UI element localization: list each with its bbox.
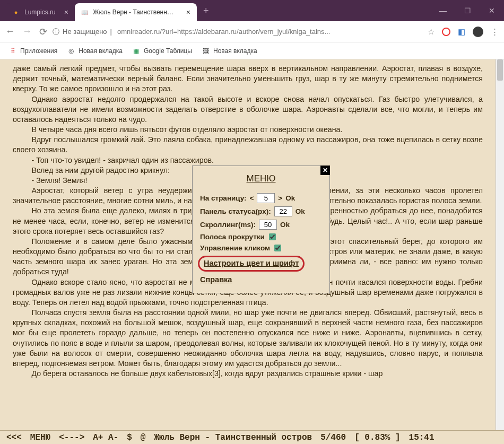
paragraph: - Топ что-то увидел! - закричал один из … [13, 155, 483, 166]
scrollbar[interactable]: ▴ [496, 59, 504, 444]
bookmark-apps[interactable]: ⠿ Приложения [8, 47, 57, 55]
status-height-input[interactable] [274, 206, 292, 216]
reader-menu-popup: ✕ МЕНЮ На страницу: < > Ok Панель статус… [192, 166, 330, 293]
paragraph: Вдруг послышался громкий лай. Это лаяла … [13, 135, 483, 155]
ok-button[interactable]: Ok [285, 194, 295, 202]
scroll-thumb[interactable] [497, 59, 503, 81]
new-tab-button[interactable]: + [197, 5, 215, 16]
bookmark-label: Google Таблицы [144, 47, 192, 55]
tab-strip: ● Lumpics.ru × 📖 Жюль Верн - Таинственны… [0, 0, 431, 21]
status-book-title: Жюль Верн - Таинственный остров [150, 433, 316, 442]
addr-actions: ☆ ◧ ⋮ [428, 27, 499, 37]
close-icon[interactable]: ✕ [320, 166, 330, 175]
menu-icon[interactable]: ⋮ [491, 27, 499, 37]
tab-omnireader[interactable]: 📖 Жюль Верн - Таинственный ост × [75, 3, 197, 21]
highlight-annotation: Настроить цвет и шрифт [198, 256, 305, 272]
security-label: Не защищено [63, 28, 107, 36]
nav-buttons: ← → ⟳ [5, 26, 47, 38]
ok-button[interactable]: Ok [296, 207, 305, 215]
bookmark-newtab2[interactable]: 🖼 Новая вкладка [202, 47, 257, 55]
bookmark-label: Приложения [20, 47, 57, 55]
tab-title: Lumpics.ru [24, 8, 56, 16]
check-label: Полоса прокрутки [200, 233, 265, 241]
prev-page-button[interactable]: < [249, 194, 254, 202]
window-controls: — ☐ ✕ [431, 0, 504, 21]
row-label: Панель статуса(px): [200, 207, 271, 215]
next-page-button[interactable]: > [278, 194, 282, 202]
url-display[interactable]: omnireader.ru/?url=https://aldebaran.ru/… [117, 28, 422, 36]
reload-button[interactable]: ⟳ [39, 26, 47, 38]
back-button[interactable]: ← [5, 26, 15, 38]
bookmarks-bar: ⠿ Приложения ◎ Новая вкладка ▦ Google Та… [0, 42, 504, 59]
bookmark-label: Новая вкладка [79, 47, 123, 55]
bookmark-star-icon[interactable]: ☆ [428, 27, 435, 37]
check-label: Управление кликом [200, 244, 270, 252]
browser-titlebar: ● Lumpics.ru × 📖 Жюль Верн - Таинственны… [0, 0, 504, 21]
image-icon: 🖼 [202, 47, 210, 55]
status-menu-button[interactable]: МЕНЮ [26, 433, 55, 442]
address-bar: ← → ⟳ ⓘ Не защищено | omnireader.ru/?url… [0, 21, 504, 42]
help-label: Справка [200, 275, 232, 284]
extension-icon[interactable] [442, 28, 450, 36]
favicon-omnireader: 📖 [81, 8, 89, 16]
sheets-icon: ▦ [132, 47, 141, 55]
bookmark-sheets[interactable]: ▦ Google Таблицы [132, 47, 192, 55]
scrollbar-checkbox[interactable] [269, 233, 276, 240]
close-icon[interactable]: × [64, 8, 68, 16]
tab-lumpics[interactable]: ● Lumpics.ru × [5, 3, 75, 21]
site-info[interactable]: ⓘ Не защищено | [53, 27, 112, 37]
minimize-button[interactable]: — [431, 0, 455, 21]
status-percent: [ 0.83% ] [350, 433, 404, 442]
colors-fonts-link[interactable]: Настроить цвет и шрифт [204, 259, 299, 267]
status-bar: <<< МЕНЮ <---> A+ A- $ @ Жюль Верн - Таи… [0, 430, 504, 444]
menu-row-statusbar: Панель статуса(px): Ok [193, 205, 329, 218]
status-at[interactable]: @ [136, 433, 150, 442]
info-icon: ⓘ [53, 27, 59, 37]
status-left-arrows[interactable]: <<< [2, 433, 26, 442]
popup-title: МЕНЮ [193, 166, 329, 191]
close-button[interactable]: ✕ [480, 0, 504, 21]
menu-check-click[interactable]: Управление кликом [193, 242, 329, 254]
status-time: 15:41 [405, 433, 439, 442]
profile-avatar[interactable] [473, 27, 483, 37]
reader-area: даже самый легкий предмет, чтобы вызвать… [0, 59, 504, 444]
apps-icon: ⠿ [8, 47, 17, 55]
status-dollar[interactable]: $ [123, 433, 136, 442]
globe-icon: ◎ [67, 47, 75, 55]
status-font-size[interactable]: A+ A- [89, 433, 123, 442]
bookmark-label: Новая вкладка [213, 47, 257, 55]
tab-title: Жюль Верн - Таинственный ост [93, 8, 177, 16]
ok-button[interactable]: Ok [280, 221, 290, 229]
maximize-button[interactable]: ☐ [455, 0, 480, 21]
help-link[interactable]: Справка [193, 273, 329, 286]
close-icon[interactable]: × [186, 8, 190, 16]
scroll-speed-input[interactable] [259, 220, 277, 230]
paragraph: Полчаса спустя земля была на расстоянии … [13, 308, 483, 369]
status-nav-arrows[interactable]: <---> [55, 433, 89, 442]
menu-row-scrolling: Скроллинг(ms): Ok [193, 218, 329, 231]
paragraph: В четыре часа дня всего лишь пятьсот фут… [13, 125, 483, 135]
paragraph: До берега оставалось не больше двух кабе… [13, 369, 483, 379]
paragraph: Однако аэростат недолго продержался на т… [13, 94, 483, 125]
menu-check-scrollbar[interactable]: Полоса прокрутки [193, 231, 329, 242]
page-input[interactable] [257, 193, 275, 203]
forward-button[interactable]: → [22, 26, 32, 38]
bookmark-newtab[interactable]: ◎ Новая вкладка [67, 47, 123, 55]
menu-row-page: На страницу: < > Ok [193, 191, 329, 205]
extension-icon[interactable]: ◧ [458, 27, 465, 37]
row-label: Скроллинг(ms): [200, 221, 256, 229]
click-control-checkbox[interactable] [274, 245, 281, 251]
favicon-lumpics: ● [12, 8, 20, 16]
status-page: 5/460 [316, 433, 350, 442]
paragraph: даже самый легкий предмет, чтобы вызвать… [13, 64, 483, 94]
row-label: На страницу: [200, 194, 246, 202]
